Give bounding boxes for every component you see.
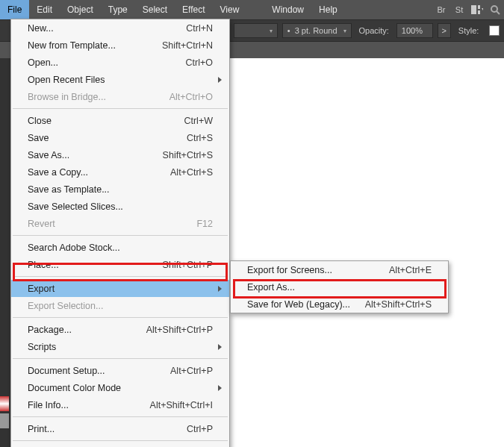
menu-item-shortcut: Ctrl+S bbox=[187, 133, 213, 143]
svg-rect-0 bbox=[471, 5, 476, 14]
menu-edit[interactable]: Edit bbox=[29, 0, 60, 19]
menu-item-shortcut: Alt+Ctrl+P bbox=[170, 366, 213, 376]
menu-item-shortcut: Alt+Ctrl+O bbox=[169, 92, 213, 102]
menu-item-shortcut: Shift+Ctrl+P bbox=[163, 260, 213, 270]
file-menu-item-document-setup[interactable]: Document Setup...Alt+Ctrl+P bbox=[11, 362, 229, 379]
opacity-label: Opacity: bbox=[356, 26, 392, 35]
style-label: Style: bbox=[455, 26, 482, 35]
opacity-more-button[interactable]: > bbox=[438, 23, 451, 38]
menu-item-label: Save a Copy... bbox=[28, 167, 170, 178]
file-menu-item-new-from-template[interactable]: New from Template...Shift+Ctrl+N bbox=[11, 37, 229, 54]
menu-select[interactable]: Select bbox=[135, 0, 175, 19]
menu-item-label: Save as Template... bbox=[28, 184, 213, 195]
svg-rect-1 bbox=[478, 5, 480, 9]
menu-item-label: Close bbox=[28, 116, 184, 126]
menu-item-shortcut: Alt+Ctrl+S bbox=[170, 167, 213, 178]
menu-view[interactable]: View bbox=[213, 0, 247, 19]
stock-icon[interactable]: St bbox=[450, 0, 468, 19]
file-menu-item-open-recent-files[interactable]: Open Recent Files bbox=[11, 71, 229, 88]
menu-item-label: Scripts bbox=[28, 342, 213, 352]
menu-item-shortcut: F12 bbox=[196, 219, 213, 229]
menu-item-label: Export As... bbox=[247, 282, 432, 293]
menu-help[interactable]: Help bbox=[311, 0, 345, 19]
file-menu-separator bbox=[13, 358, 228, 359]
menu-item-shortcut: Alt+Ctrl+E bbox=[389, 265, 432, 275]
menu-item-label: Save for Web (Legacy)... bbox=[247, 299, 365, 310]
file-menu-separator bbox=[13, 416, 228, 417]
file-menu-separator bbox=[13, 108, 228, 109]
menu-item-shortcut: Alt+Shift+Ctrl+P bbox=[146, 325, 213, 335]
file-menu-item-search-adobe-stock[interactable]: Search Adobe Stock... bbox=[11, 239, 229, 256]
menu-item-label: Save bbox=[28, 133, 187, 143]
file-menu-item-exit[interactable]: ExitCtrl+Q bbox=[11, 444, 229, 447]
menu-item-label: Package... bbox=[28, 325, 146, 335]
file-menu-item-save-as-template[interactable]: Save as Template... bbox=[11, 181, 229, 198]
menu-item-label: Export bbox=[28, 284, 213, 294]
svg-rect-2 bbox=[478, 10, 480, 14]
svg-line-4 bbox=[497, 11, 500, 14]
menu-item-label: Document Setup... bbox=[28, 366, 170, 376]
menu-item-label: New... bbox=[28, 23, 186, 34]
file-menu-item-export-selection: Export Selection... bbox=[11, 297, 229, 314]
menu-item-shortcut: Ctrl+P bbox=[187, 424, 213, 434]
menu-effect[interactable]: Effect bbox=[175, 0, 212, 19]
file-menu-separator bbox=[13, 440, 228, 441]
menu-item-label: Open... bbox=[28, 57, 186, 68]
file-menu-item-save[interactable]: SaveCtrl+S bbox=[11, 129, 229, 146]
file-menu: New...Ctrl+NNew from Template...Shift+Ct… bbox=[10, 19, 230, 447]
export-menu-item-export-for-screens[interactable]: Export for Screens...Alt+Ctrl+E bbox=[231, 261, 448, 278]
file-menu-item-open[interactable]: Open...Ctrl+O bbox=[11, 54, 229, 71]
tools-panel-edge bbox=[0, 58, 10, 447]
menu-item-shortcut: Shift+Ctrl+N bbox=[162, 40, 213, 51]
file-menu-item-scripts[interactable]: Scripts bbox=[11, 338, 229, 355]
menu-item-label: Export for Screens... bbox=[247, 265, 389, 275]
workspace-switcher-icon[interactable] bbox=[468, 0, 486, 19]
stroke-profile-dropdown[interactable]: •3 pt. Round▾ bbox=[282, 23, 352, 38]
menu-item-shortcut: Shift+Ctrl+S bbox=[163, 150, 213, 160]
style-swatch[interactable] bbox=[489, 25, 500, 36]
menu-type[interactable]: Type bbox=[101, 0, 135, 19]
menu-item-label: Browse in Bridge... bbox=[28, 92, 169, 102]
menu-item-label: Print... bbox=[28, 424, 187, 434]
search-icon[interactable] bbox=[486, 0, 504, 19]
menu-object[interactable]: Object bbox=[60, 0, 101, 19]
menu-item-label: New from Template... bbox=[28, 40, 162, 51]
file-menu-item-file-info[interactable]: File Info...Alt+Shift+Ctrl+I bbox=[11, 396, 229, 413]
menu-item-label: Revert bbox=[28, 219, 196, 229]
file-menu-item-place[interactable]: Place...Shift+Ctrl+P bbox=[11, 256, 229, 273]
file-menu-item-browse-in-bridge: Browse in Bridge...Alt+Ctrl+O bbox=[11, 88, 229, 105]
menu-file[interactable]: File bbox=[0, 0, 29, 19]
file-menu-item-print[interactable]: Print...Ctrl+P bbox=[11, 420, 229, 437]
menubar: FileEditObjectTypeSelectEffectViewWindow… bbox=[0, 0, 504, 19]
bridge-icon[interactable]: Br bbox=[432, 0, 450, 19]
export-submenu: Export for Screens...Alt+Ctrl+EExport As… bbox=[230, 260, 449, 313]
file-menu-item-package[interactable]: Package...Alt+Shift+Ctrl+P bbox=[11, 321, 229, 338]
menu-item-label: Open Recent Files bbox=[28, 75, 213, 85]
file-menu-item-close[interactable]: CloseCtrl+W bbox=[11, 112, 229, 129]
file-menu-item-save-a-copy[interactable]: Save a Copy...Alt+Ctrl+S bbox=[11, 163, 229, 181]
file-menu-item-new[interactable]: New...Ctrl+N bbox=[11, 19, 229, 37]
file-menu-item-save-selected-slices[interactable]: Save Selected Slices... bbox=[11, 198, 229, 215]
tool-swatch-a[interactable] bbox=[0, 396, 9, 411]
file-menu-item-save-as[interactable]: Save As...Shift+Ctrl+S bbox=[11, 146, 229, 163]
menu-item-shortcut: Ctrl+O bbox=[186, 57, 213, 68]
file-menu-separator bbox=[13, 276, 228, 277]
file-menu-separator bbox=[13, 317, 228, 318]
menu-item-label: Place... bbox=[28, 260, 163, 270]
menu-item-label: Save Selected Slices... bbox=[28, 201, 213, 212]
menu-item-label: File Info... bbox=[28, 400, 150, 410]
menu-window[interactable]: Window bbox=[264, 0, 311, 19]
file-menu-item-revert: RevertF12 bbox=[11, 215, 229, 232]
menu-item-label: Search Adobe Stock... bbox=[28, 243, 213, 253]
file-menu-separator bbox=[13, 235, 228, 236]
menu-item-shortcut: Ctrl+W bbox=[184, 116, 213, 126]
file-menu-item-export[interactable]: Export bbox=[11, 280, 229, 297]
export-menu-item-save-for-web-legacy[interactable]: Save for Web (Legacy)...Alt+Shift+Ctrl+S bbox=[231, 296, 448, 313]
menu-item-shortcut: Alt+Shift+Ctrl+S bbox=[365, 299, 432, 310]
opacity-input[interactable]: 100% bbox=[396, 23, 433, 38]
menu-item-shortcut: Alt+Shift+Ctrl+I bbox=[150, 400, 213, 410]
export-menu-item-export-as[interactable]: Export As... bbox=[231, 278, 448, 296]
file-menu-item-document-color-mode[interactable]: Document Color Mode bbox=[11, 379, 229, 396]
toolbar-dropdown[interactable]: ▾ bbox=[234, 23, 278, 38]
tool-swatch-b[interactable] bbox=[0, 413, 9, 428]
